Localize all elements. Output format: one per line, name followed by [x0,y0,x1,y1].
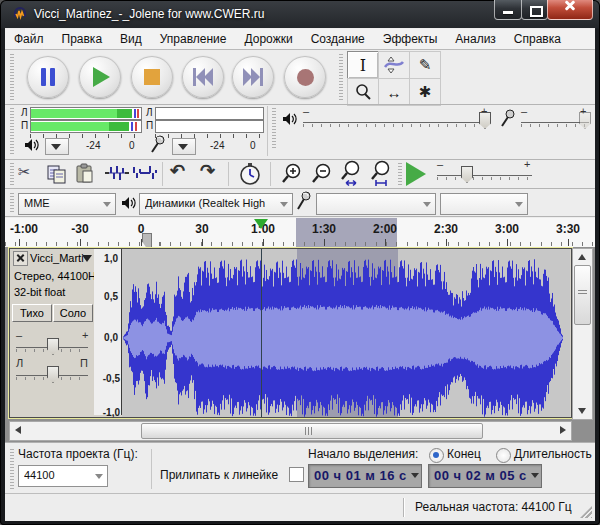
stop-icon [144,69,160,85]
envelope-icon [383,55,405,75]
output-speaker-icon [282,112,297,126]
tools-toolbar-grip[interactable] [339,54,343,100]
fit-selection-button[interactable] [338,160,364,187]
audacity-logo-icon [12,6,28,22]
gain-thumb[interactable] [47,338,59,355]
window-title: Vicci_Martinez_-_Jolene for www.CWER.ru [34,7,265,21]
menu-help[interactable]: Справка [505,32,570,46]
menu-effects[interactable]: Эффекты [374,32,447,46]
duration-radio-label[interactable]: Длительность [514,447,592,461]
meter-toolbar-grip[interactable] [10,108,14,154]
waveform-canvas[interactable] [122,249,570,417]
multi-tool-button[interactable]: ✱ [409,78,441,106]
stop-button[interactable] [131,56,173,98]
play-button[interactable] [79,56,121,98]
minimize-button[interactable] [494,0,522,20]
playhead-marker[interactable] [254,219,268,229]
record-button[interactable] [284,56,326,98]
silence-icon [132,164,158,182]
menu-analyze[interactable]: Анализ [446,32,505,46]
zoom-tool-button[interactable] [347,78,379,106]
end-radio-label[interactable]: Конец [447,447,481,461]
copy-button[interactable] [46,164,68,184]
project-rate-combo[interactable]: 44100 [18,465,108,487]
zoom-out-button[interactable] [310,162,334,186]
fit-project-button[interactable] [368,160,394,187]
horizontal-scroll-thumb[interactable] [141,423,483,439]
menu-edit[interactable]: Правка [53,32,112,46]
pan-thumb[interactable] [47,366,59,383]
maximize-button[interactable] [521,0,548,20]
resize-grip[interactable] [580,506,592,518]
duration-radio[interactable] [496,448,511,463]
menu-tracks[interactable]: Дорожки [236,32,302,46]
track-menu-chevron-icon[interactable] [82,255,92,262]
track-close-button[interactable] [13,251,28,266]
mute-button[interactable]: Тихо [12,304,52,322]
cut-button[interactable]: ✂ [18,163,31,181]
menu-generate[interactable]: Создание [302,32,374,46]
snap-to-checkbox[interactable] [289,467,304,482]
record-meter-dropdown[interactable] [172,138,196,155]
pause-button[interactable] [27,56,69,98]
trim-outside-button[interactable] [104,164,130,182]
title-bar[interactable]: Vicci_Martinez_-_Jolene for www.CWER.ru [0,0,600,28]
sync-lock-button[interactable] [238,162,262,186]
audio-host-combo[interactable]: MME [18,193,116,215]
pencil-icon: ✎ [419,56,432,74]
input-volume-slider[interactable] [521,122,589,123]
menu-transport[interactable]: Управление [151,32,236,46]
selection-start-field[interactable]: 00 ч 01 м 16 с [308,464,422,488]
output-device-combo[interactable]: Динамики (Realtek High [139,193,293,215]
play-at-speed-button[interactable] [406,162,426,186]
horizontal-scrollbar[interactable] [9,421,572,441]
zoom-in-button[interactable] [280,162,304,186]
vertical-scrollbar[interactable] [572,248,593,420]
input-channels-combo[interactable] [440,193,528,215]
close-button[interactable] [547,0,593,20]
scroll-left-icon [15,426,21,434]
undo-button[interactable]: ↶ [170,160,185,182]
menu-view[interactable]: Вид [111,32,151,46]
record-meter-right-bar[interactable] [155,120,264,133]
mixer-toolbar-grip[interactable] [272,108,276,150]
transport-toolbar-grip[interactable] [10,54,14,100]
end-radio[interactable] [429,448,444,463]
playback-meter-right-bar[interactable] [30,120,142,133]
skip-end-icon [260,68,263,86]
selection-tool-button[interactable]: I [347,51,379,79]
pan-left-label: Л [16,357,23,369]
scroll-down-icon [578,408,586,414]
redo-button[interactable]: ↷ [200,160,215,182]
scroll-up-icon [578,254,586,260]
vertical-scroll-thumb[interactable] [574,265,591,325]
play-speed-slider[interactable] [437,175,532,176]
project-rate-label: Частота проекта (Гц): [18,447,138,461]
paste-button[interactable] [75,163,95,184]
device-toolbar-grip[interactable] [10,193,14,213]
skip-to-end-button[interactable] [232,56,274,98]
play-speed-plus: + [524,158,530,170]
selection-toolbar-grip[interactable] [10,449,14,489]
spinner-down-icon [411,473,419,478]
draw-tool-button[interactable]: ✎ [409,51,441,79]
solo-button[interactable]: Соло [53,304,93,322]
record-scale-zero: 0 [250,140,256,151]
menu-file[interactable]: Файл [5,32,53,46]
timeline-ruler[interactable]: -1:00 -30 0 30 1:00 1:30 2:00 2:30 3:00 … [5,218,595,248]
skip-to-start-button[interactable] [182,56,224,98]
timeshift-tool-button[interactable]: ↔ [378,78,410,106]
playback-meter-left-bar[interactable] [30,107,142,120]
silence-selection-button[interactable] [132,164,158,182]
playback-meter-left-label: Л [21,107,28,118]
selection-end-field[interactable]: 00 ч 02 м 05 с [428,464,542,488]
input-device-combo[interactable] [316,193,436,215]
edit-toolbar-grip[interactable] [10,163,14,185]
envelope-tool-button[interactable] [378,51,410,79]
record-meter-left-bar[interactable] [155,107,264,120]
transcription-toolbar-grip[interactable] [398,163,402,185]
playback-meter-dropdown[interactable] [45,138,69,155]
output-volume-slider[interactable] [303,122,491,123]
playback-meter-right-label: П [21,120,28,131]
track-title[interactable]: Vicci_Marti [30,252,84,264]
